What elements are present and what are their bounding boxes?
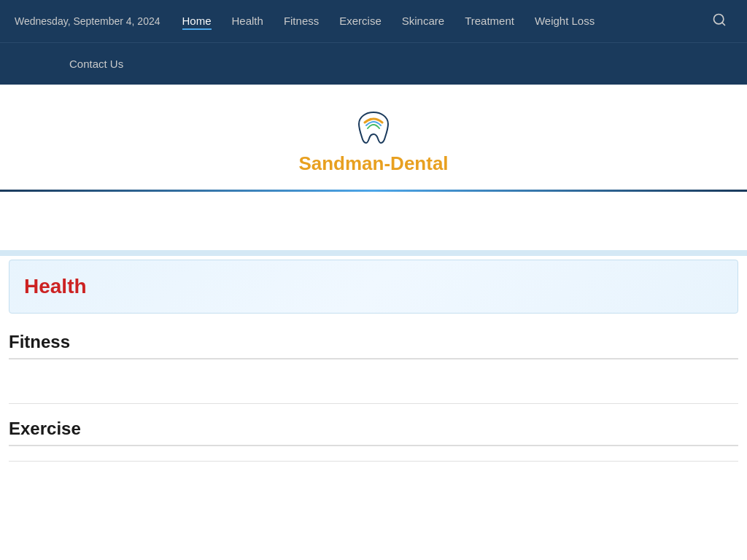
nav-item-exercise[interactable]: Exercise xyxy=(339,15,382,28)
nav-link-health[interactable]: Health xyxy=(232,15,263,27)
fitness-section: Fitness xyxy=(9,332,738,359)
search-icon xyxy=(712,12,727,27)
nav-item-treatment[interactable]: Treatment xyxy=(465,15,514,28)
nav-link-contact-us[interactable]: Contact Us xyxy=(69,58,123,70)
light-separator xyxy=(0,250,747,256)
fitness-section-title: Fitness xyxy=(9,332,738,359)
spacer-1 xyxy=(9,374,738,403)
nav-link-home[interactable]: Home xyxy=(182,15,212,30)
exercise-section: Exercise xyxy=(9,419,738,446)
nav-link-fitness[interactable]: Fitness xyxy=(284,15,319,27)
nav-link-exercise[interactable]: Exercise xyxy=(339,15,382,27)
nav-item-skincare[interactable]: Skincare xyxy=(402,15,444,28)
content-area: Fitness Exercise xyxy=(0,317,747,462)
logo-container[interactable]: Sandman-Dental xyxy=(298,106,448,175)
nav-link-weight-loss[interactable]: Weight Loss xyxy=(535,15,595,27)
health-section: Health xyxy=(9,260,738,314)
second-nav-links: Contact Us xyxy=(69,58,123,71)
top-navigation: Wednesday, September 4, 2024 Home Health… xyxy=(0,0,747,42)
nav-link-treatment[interactable]: Treatment xyxy=(465,15,514,27)
nav-item-fitness[interactable]: Fitness xyxy=(284,15,319,28)
logo-brand-part2: Dental xyxy=(390,152,448,174)
logo-section: Sandman-Dental xyxy=(0,85,747,190)
search-button[interactable] xyxy=(706,9,732,34)
thin-separator-2 xyxy=(9,461,738,462)
spacer-2 xyxy=(9,404,738,419)
svg-line-1 xyxy=(722,22,725,25)
logo-separator: - xyxy=(384,152,390,174)
second-navigation: Contact Us xyxy=(0,42,747,85)
nav-item-contact-us[interactable]: Contact Us xyxy=(69,58,123,71)
nav-item-home[interactable]: Home xyxy=(182,15,212,28)
main-nav-links: Home Health Fitness Exercise Skincare Tr… xyxy=(160,15,707,28)
logo-text: Sandman-Dental xyxy=(298,152,448,175)
nav-item-health[interactable]: Health xyxy=(232,15,263,28)
health-section-title: Health xyxy=(24,275,723,298)
date-display: Wednesday, September 4, 2024 xyxy=(15,15,160,27)
logo-brand-part1: Sandman xyxy=(298,152,384,174)
nav-link-skincare[interactable]: Skincare xyxy=(402,15,444,27)
nav-item-weight-loss[interactable]: Weight Loss xyxy=(535,15,595,28)
exercise-section-title: Exercise xyxy=(9,419,738,446)
logo-icon xyxy=(352,106,395,147)
ad-area xyxy=(0,192,747,250)
